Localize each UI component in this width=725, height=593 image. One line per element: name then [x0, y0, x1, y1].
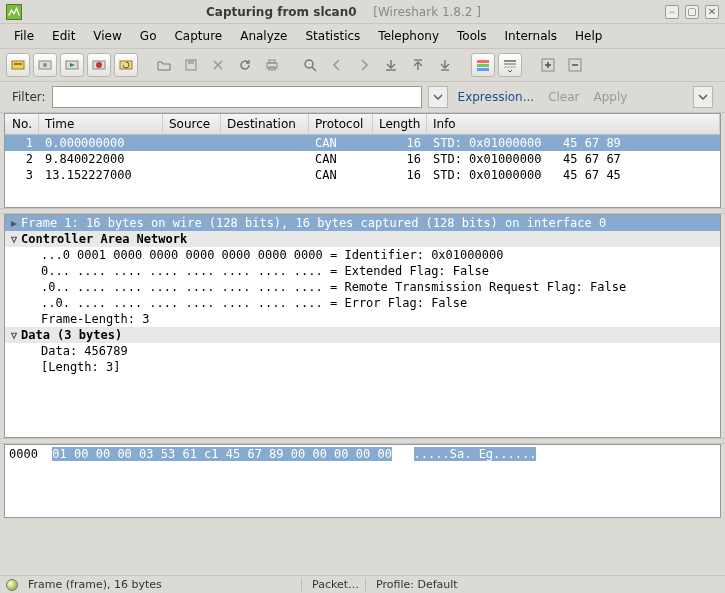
menu-edit[interactable]: Edit: [44, 26, 83, 46]
col-header-len[interactable]: Length: [373, 114, 427, 134]
detail-field[interactable]: Frame-Length: 3: [5, 311, 720, 327]
filter-label: Filter:: [12, 90, 46, 104]
close-file-icon[interactable]: [206, 53, 230, 77]
hex-dump-pane[interactable]: 0000 01 00 00 00 03 53 61 c1 45 67 89 00…: [4, 444, 721, 518]
filter-apply-button[interactable]: Apply: [590, 90, 632, 104]
filter-extra-dropdown[interactable]: [693, 86, 713, 108]
reload-icon[interactable]: [233, 53, 257, 77]
main-toolbar: [0, 49, 725, 82]
expand-collapse-icon[interactable]: ▿: [7, 232, 21, 246]
chevron-down-icon: [433, 92, 443, 102]
restart-capture-icon[interactable]: [114, 53, 138, 77]
col-header-info[interactable]: Info: [427, 114, 720, 134]
detail-frame-row[interactable]: ▸ Frame 1: 16 bytes on wire (128 bits), …: [5, 215, 720, 231]
status-packets: Packet…: [306, 578, 366, 591]
menubar: File Edit View Go Capture Analyze Statis…: [0, 24, 725, 49]
detail-field[interactable]: Data: 456789: [5, 343, 720, 359]
menu-help[interactable]: Help: [567, 26, 610, 46]
detail-field[interactable]: ..0. .... .... .... .... .... .... .... …: [5, 295, 720, 311]
svg-line-15: [312, 67, 316, 71]
title-sub: [Wireshark 1.8.2 ]: [373, 5, 481, 19]
filter-expression-button[interactable]: Expression...: [454, 90, 539, 104]
packet-list-header: No. Time Source Destination Protocol Len…: [5, 114, 720, 135]
menu-analyze[interactable]: Analyze: [232, 26, 295, 46]
print-icon[interactable]: [260, 53, 284, 77]
expand-collapse-icon[interactable]: ▸: [7, 216, 21, 230]
packet-list-pane: No. Time Source Destination Protocol Len…: [4, 113, 721, 208]
col-header-proto[interactable]: Protocol: [309, 114, 373, 134]
save-file-icon[interactable]: [179, 53, 203, 77]
detail-field[interactable]: ...0 0001 0000 0000 0000 0000 0000 0000 …: [5, 247, 720, 263]
status-bar: Frame (frame), 16 bytes Packet… Profile:…: [0, 575, 725, 593]
detail-frame-text: Frame 1: 16 bytes on wire (128 bits), 16…: [21, 216, 606, 230]
col-header-time[interactable]: Time: [39, 114, 163, 134]
svg-rect-19: [477, 60, 489, 63]
stop-capture-icon[interactable]: [87, 53, 111, 77]
svg-point-3: [43, 63, 47, 67]
options-icon[interactable]: [33, 53, 57, 77]
svg-rect-10: [188, 60, 194, 64]
svg-rect-24: [504, 66, 516, 68]
packet-list-body[interactable]: 10.000000000CAN16STD: 0x01000000 45 67 8…: [5, 135, 720, 207]
col-header-dst[interactable]: Destination: [221, 114, 309, 134]
detail-field[interactable]: .0.. .... .... .... .... .... .... .... …: [5, 279, 720, 295]
svg-point-7: [96, 62, 102, 68]
expand-collapse-icon[interactable]: ▿: [7, 328, 21, 342]
titlebar: Capturing from slcan0 [Wireshark 1.8.2 ]…: [0, 0, 725, 24]
menu-telephony[interactable]: Telephony: [370, 26, 447, 46]
svg-rect-23: [504, 63, 516, 65]
window-title: Capturing from slcan0 [Wireshark 1.8.2 ]: [28, 5, 659, 19]
close-button[interactable]: ✕: [705, 5, 719, 19]
menu-statistics[interactable]: Statistics: [297, 26, 368, 46]
zoom-in-icon[interactable]: [536, 53, 560, 77]
status-frame: Frame (frame), 16 bytes: [22, 578, 302, 591]
status-profile[interactable]: Profile: Default: [370, 578, 719, 591]
col-header-no[interactable]: No.: [5, 114, 39, 134]
minimize-button[interactable]: －: [665, 5, 679, 19]
packet-row[interactable]: 10.000000000CAN16STD: 0x01000000 45 67 8…: [5, 135, 720, 151]
go-forward-icon[interactable]: [352, 53, 376, 77]
filter-history-dropdown[interactable]: [428, 86, 448, 108]
chevron-down-icon: [698, 92, 708, 102]
svg-rect-12: [269, 60, 275, 63]
filter-input[interactable]: [52, 86, 422, 108]
svg-rect-1: [14, 63, 22, 65]
find-icon[interactable]: [298, 53, 322, 77]
svg-rect-21: [477, 68, 489, 71]
detail-data-text: Data (3 bytes): [21, 328, 122, 342]
menu-view[interactable]: View: [85, 26, 129, 46]
go-first-icon[interactable]: [406, 53, 430, 77]
detail-can-header[interactable]: ▿ Controller Area Network: [5, 231, 720, 247]
jump-icon[interactable]: [379, 53, 403, 77]
go-last-icon[interactable]: [433, 53, 457, 77]
hex-bytes: 01 00 00 00 03 53 61 c1 45 67 89 00 00 0…: [52, 447, 392, 461]
packet-details-pane[interactable]: ▸ Frame 1: 16 bytes on wire (128 bits), …: [4, 214, 721, 438]
col-header-src[interactable]: Source: [163, 114, 221, 134]
menu-capture[interactable]: Capture: [166, 26, 230, 46]
hex-offset: 0000: [9, 447, 38, 461]
detail-can-text: Controller Area Network: [21, 232, 187, 246]
detail-data-header[interactable]: ▿ Data (3 bytes): [5, 327, 720, 343]
open-file-icon[interactable]: [152, 53, 176, 77]
detail-field[interactable]: [Length: 3]: [5, 359, 720, 375]
menu-internals[interactable]: Internals: [497, 26, 566, 46]
svg-rect-22: [504, 60, 516, 62]
go-back-icon[interactable]: [325, 53, 349, 77]
menu-file[interactable]: File: [6, 26, 42, 46]
menu-tools[interactable]: Tools: [449, 26, 495, 46]
zoom-out-icon[interactable]: [563, 53, 587, 77]
filter-bar: Filter: Expression... Clear Apply: [0, 82, 725, 113]
packet-row[interactable]: 29.840022000CAN16STD: 0x01000000 45 67 6…: [5, 151, 720, 167]
start-capture-icon[interactable]: [60, 53, 84, 77]
interfaces-icon[interactable]: [6, 53, 30, 77]
colorize-icon[interactable]: [471, 53, 495, 77]
svg-point-14: [305, 60, 313, 68]
auto-scroll-icon[interactable]: [498, 53, 522, 77]
detail-field[interactable]: 0... .... .... .... .... .... .... .... …: [5, 263, 720, 279]
title-main: Capturing from slcan0: [206, 5, 357, 19]
packet-row[interactable]: 313.152227000CAN16STD: 0x01000000 45 67 …: [5, 167, 720, 183]
maximize-button[interactable]: ▢: [685, 5, 699, 19]
expert-info-icon[interactable]: [6, 579, 18, 591]
menu-go[interactable]: Go: [132, 26, 165, 46]
filter-clear-button[interactable]: Clear: [544, 90, 583, 104]
